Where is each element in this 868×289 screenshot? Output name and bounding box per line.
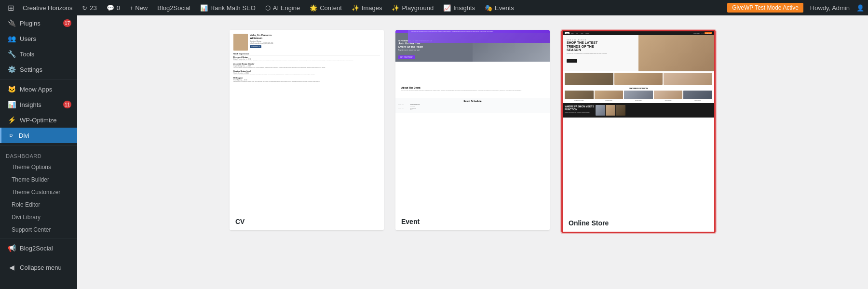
collapse-icon: ◀ [7, 263, 16, 271]
main-content: Hello, I'm CameronWilliamson Director of… [77, 15, 868, 289]
sidebar-sub-divi-library[interactable]: Divi Library [0, 211, 77, 223]
template-card-cv[interactable]: Hello, I'm CameronWilliamson Director of… [230, 30, 384, 230]
sidebar-item-meow-apps[interactable]: 🐱 Meow Apps [0, 81, 77, 97]
cv-preview: Hello, I'm CameronWilliamson Director of… [230, 30, 384, 213]
wp-logo-icon[interactable]: ⊞ [4, 3, 18, 13]
comments-icon: 💬 [107, 4, 114, 12]
site-name-text: Creative Horizons [23, 4, 72, 12]
rankmath-nav[interactable]: 📊 Rank Math SEO [195, 0, 260, 15]
updates-item[interactable]: ↻ 23 [77, 0, 101, 15]
insights-badge: 11 [63, 101, 71, 108]
sidebar-sub-theme-customizer[interactable]: Theme Customizer [0, 186, 77, 198]
sidebar-item-settings[interactable]: ⚙️ Settings [0, 62, 77, 77]
blog2social-icon: 📢 [7, 244, 16, 252]
cv-template-name: CV [230, 213, 384, 230]
admin-bar: ⊞ Creative Horizons ↻ 23 💬 0 + New Blog2… [0, 0, 868, 15]
sidebar-item-tools[interactable]: 🔧 Tools [0, 46, 77, 62]
ai-engine-nav[interactable]: ⬡ AI Engine [260, 0, 305, 15]
divi-icon: D [7, 131, 15, 139]
comments-item[interactable]: 💬 0 [102, 0, 125, 15]
main-layout: 🔌 Plugins 17 👥 Users 🔧 Tools ⚙️ Settings… [0, 15, 868, 289]
sidebar-item-insights[interactable]: 📊 Insights 11 [0, 97, 77, 112]
events-icon: 🎭 [485, 4, 492, 12]
updates-icon: ↻ [82, 4, 87, 12]
plugins-icon: 🔌 [7, 19, 16, 27]
event-template-name: Event [395, 213, 550, 230]
store-template-name: Online Store [563, 214, 714, 232]
sidebar: 🔌 Plugins 17 👥 Users 🔧 Tools ⚙️ Settings… [0, 15, 77, 289]
insights-nav[interactable]: 📈 Insights [438, 0, 480, 15]
sidebar-sub-role-editor[interactable]: Role Editor [0, 198, 77, 211]
template-grid: Hello, I'm CameronWilliamson Director of… [92, 25, 854, 233]
tools-icon: 🔧 [7, 50, 16, 58]
sidebar-sub-support-center[interactable]: Support Center [0, 223, 77, 236]
playground-icon: ✨ [392, 4, 399, 12]
content-nav[interactable]: 🌟 Content [305, 0, 347, 15]
sidebar-item-wp-optimize[interactable]: ⚡ WP-Optimize [0, 112, 77, 128]
insights-sidebar-icon: 📊 [7, 101, 16, 108]
sidebar-collapse[interactable]: ◀ Collapse menu [0, 260, 77, 275]
cv-photo [233, 34, 248, 51]
content-icon: 🌟 [310, 4, 317, 12]
users-icon: 👥 [7, 35, 16, 42]
sidebar-sub-theme-builder[interactable]: Theme Builder [0, 173, 77, 186]
sidebar-item-users[interactable]: 👥 Users [0, 31, 77, 46]
settings-icon: ⚙️ [7, 66, 16, 73]
admin-avatar: 👤 [856, 4, 864, 12]
events-nav[interactable]: 🎭 Events [480, 0, 519, 15]
plugins-badge: 17 [63, 19, 71, 27]
blog2social-nav[interactable]: Blog2Social [152, 0, 195, 15]
sidebar-item-plugins[interactable]: 🔌 Plugins 17 [0, 15, 77, 31]
meow-icon: 🐱 [7, 85, 16, 93]
rankmath-icon: 📊 [200, 4, 208, 12]
howdy-text: Howdy, Admin [805, 4, 854, 12]
images-nav[interactable]: ✨ Images [347, 0, 387, 15]
site-name[interactable]: Creative Horizons [18, 0, 77, 15]
event-preview: SEPTEMBER 17-19, SAN FRANCISCO, CA Join … [395, 30, 550, 213]
playground-nav[interactable]: ✨ Playground [387, 0, 438, 15]
insights-bar-icon: 📈 [443, 4, 451, 12]
sidebar-sub-theme-options[interactable]: Theme Options [0, 161, 77, 173]
sidebar-item-blog2social[interactable]: 📢 Blog2Social [0, 240, 77, 256]
sidebar-item-divi[interactable]: D Divi [0, 128, 77, 143]
store-preview: LOGO Home Shop About Contact Theme Build… [563, 31, 714, 214]
ai-icon: ⬡ [265, 4, 271, 12]
givewp-badge[interactable]: GiveWP Test Mode Active [727, 3, 803, 13]
sidebar-section-dashboard: Dashboard [0, 147, 77, 161]
wp-optimize-icon: ⚡ [7, 116, 16, 124]
new-content-button[interactable]: + New [125, 0, 152, 15]
template-card-online-store[interactable]: LOGO Home Shop About Contact Theme Build… [561, 30, 716, 233]
images-icon: ✨ [352, 4, 359, 12]
template-card-event[interactable]: SEPTEMBER 17-19, SAN FRANCISCO, CA Join … [395, 30, 550, 230]
